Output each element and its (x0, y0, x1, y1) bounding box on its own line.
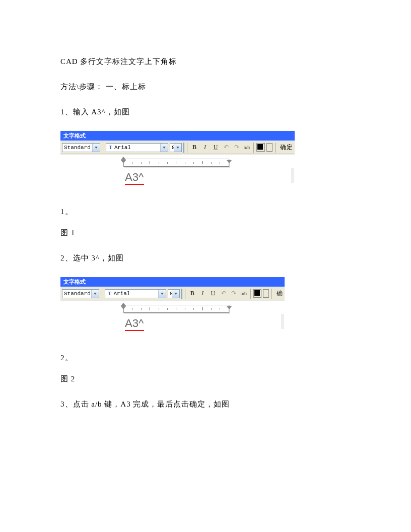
step-2: 2、选中 3^，如图 (60, 252, 351, 264)
color-picker[interactable] (256, 143, 265, 152)
fig1-caption: 图 1 (60, 227, 351, 239)
toolbar-separator (187, 143, 187, 153)
fig2-line-a: 2。 (60, 352, 351, 364)
indent-marker-bottom-icon[interactable] (121, 306, 126, 309)
step-1: 1、输入 A3^，如图 (60, 106, 351, 118)
mtext-canvas: A3^ (60, 154, 295, 192)
size-combo[interactable]: 8 (170, 143, 182, 152)
text-style-value: Standard (62, 145, 92, 151)
stack-fraction-button[interactable]: a/b (240, 289, 248, 298)
size-value: 8 (168, 291, 172, 297)
fig1-line-a: 1。 (60, 206, 351, 218)
ruler-shadow (281, 314, 284, 329)
size-value: 8 (170, 145, 174, 151)
spellcheck-underline (125, 184, 144, 185)
figure-1: 文字格式 Standard TArial 8 B I U ↶ ↷ a/b (60, 131, 295, 192)
toolbar-separator (253, 143, 254, 153)
text-style-combo[interactable]: Standard (62, 143, 100, 152)
undo-button[interactable]: ↶ (222, 143, 231, 152)
bold-button[interactable]: B (188, 289, 197, 298)
ok-button[interactable]: 确定 (280, 143, 293, 152)
mtext-titlebar-label: 文字格式 (63, 278, 86, 286)
fig2-caption: 图 2 (60, 373, 351, 385)
ok-button[interactable]: 确 (277, 289, 283, 298)
redo-button[interactable]: ↷ (229, 289, 238, 298)
mtext-titlebar: 文字格式 (60, 131, 295, 141)
ruler[interactable] (123, 159, 229, 167)
indent-marker-top-icon[interactable] (121, 157, 126, 160)
mtext-toolbar: Standard TArial 8 B I U ↶ ↷ a/b (60, 287, 285, 300)
size-combo[interactable]: 8 (168, 289, 180, 298)
step-3: 3、点击 a/b 键，A3 完成，最后点击确定，如图 (60, 398, 351, 410)
mtext-titlebar: 文字格式 (60, 277, 285, 287)
size-spinner[interactable] (183, 143, 184, 153)
stack-fraction-button[interactable]: a/b (243, 143, 251, 152)
italic-button[interactable]: I (198, 289, 207, 298)
chevron-down-icon[interactable] (174, 144, 181, 152)
chevron-down-icon[interactable] (91, 290, 99, 298)
indent-marker-right-icon[interactable] (227, 160, 232, 163)
bold-button[interactable]: B (190, 143, 199, 152)
truetype-icon: T (108, 145, 113, 150)
toolbar-separator (102, 289, 102, 299)
toolbar-separator (271, 289, 272, 299)
chevron-down-icon[interactable] (158, 290, 166, 298)
toolbar-separator (250, 289, 251, 299)
font-combo[interactable]: TArial (105, 289, 166, 298)
chevron-down-icon[interactable] (92, 144, 100, 152)
indent-marker-right-icon[interactable] (227, 306, 232, 309)
ruler[interactable] (123, 305, 229, 313)
font-value: TArial (106, 145, 160, 151)
method-heading: 方法\步骤： 一、标上标 (60, 81, 351, 93)
ruler-shadow (291, 168, 294, 183)
mtext-input-value[interactable]: A3^ (125, 171, 144, 184)
text-style-value: Standard (62, 291, 91, 297)
mtext-toolbar: Standard TArial 8 B I U ↶ ↷ a/b (60, 141, 295, 154)
toolbar-separator (103, 143, 103, 153)
text-style-combo[interactable]: Standard (62, 289, 99, 298)
color-dropdown[interactable] (266, 143, 272, 152)
truetype-icon: T (107, 291, 112, 296)
color-dropdown[interactable] (263, 289, 269, 298)
font-combo[interactable]: TArial (106, 143, 168, 152)
italic-button[interactable]: I (200, 143, 210, 152)
mtext-titlebar-label: 文字格式 (63, 132, 86, 140)
toolbar-separator (275, 143, 276, 153)
toolbar-separator (185, 289, 185, 299)
indent-marker-bottom-icon[interactable] (121, 160, 126, 163)
size-spinner[interactable] (181, 289, 182, 299)
mtext-input-value[interactable]: A3^ (125, 317, 144, 330)
underline-button[interactable]: U (211, 143, 220, 152)
undo-button[interactable]: ↶ (219, 289, 228, 298)
figure-2: 文字格式 Standard TArial 8 B I U ↶ ↷ a/b (60, 277, 285, 339)
spellcheck-underline (125, 330, 144, 331)
page-title: CAD 多行文字标注文字上下角标 (60, 55, 351, 68)
chevron-down-icon[interactable] (160, 144, 168, 152)
underline-button[interactable]: U (209, 289, 218, 298)
chevron-down-icon[interactable] (172, 290, 179, 298)
mtext-canvas: A3^ (60, 300, 285, 339)
redo-button[interactable]: ↷ (232, 143, 241, 152)
font-value: TArial (105, 291, 158, 297)
indent-marker-top-icon[interactable] (121, 303, 126, 306)
color-picker[interactable] (253, 289, 262, 298)
